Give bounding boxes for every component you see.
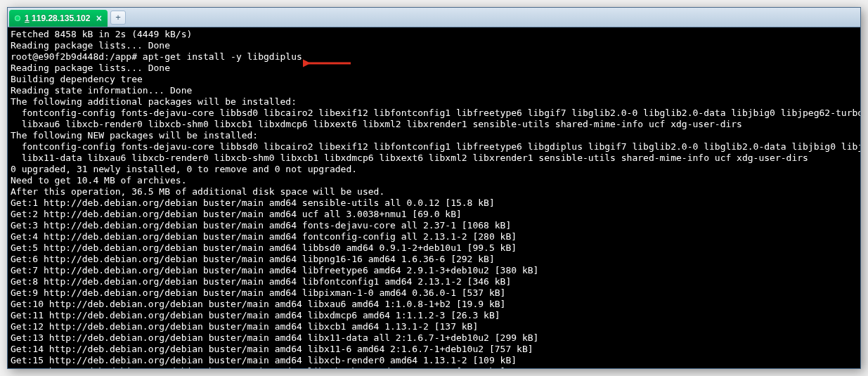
terminal-line: Reading package lists... Done (11, 40, 857, 51)
terminal-line: Need to get 10.4 MB of archives. (11, 175, 857, 186)
status-indicator-icon (15, 15, 20, 21)
tab-label: 1 119.28.135.102 (25, 13, 92, 23)
terminal-line: fontconfig-config fonts-dejavu-core libb… (11, 108, 857, 119)
terminal-line: Get:9 http://deb.debian.org/debian buste… (11, 287, 857, 299)
terminal-line: Get:15 http://deb.debian.org/debian bust… (11, 355, 857, 366)
terminal-line: Get:3 http://deb.debian.org/debian buste… (11, 220, 857, 231)
close-icon[interactable]: × (96, 13, 102, 23)
terminal-line: The following NEW packages will be insta… (11, 130, 857, 141)
terminal-line: After this operation, 36.5 MB of additio… (11, 186, 857, 197)
terminal-window: 1 119.28.135.102 × + Fetched 8458 kB in … (7, 7, 861, 369)
terminal-line: root@e90f2b9d448d:/app# apt-get install … (11, 51, 857, 63)
terminal-line: Get:13 http://deb.debian.org/debian bust… (11, 332, 857, 344)
terminal-line: Get:6 http://deb.debian.org/debian buste… (11, 254, 857, 265)
terminal-line: Get:7 http://deb.debian.org/debian buste… (11, 265, 857, 276)
terminal-line: Get:14 http://deb.debian.org/debian bust… (11, 344, 857, 355)
add-tab-button[interactable]: + (110, 11, 126, 25)
terminal-line: Get:12 http://deb.debian.org/debian bust… (11, 321, 857, 332)
terminal-line: Get:2 http://deb.debian.org/debian buste… (11, 209, 857, 220)
terminal-line: Get:8 http://deb.debian.org/debian buste… (11, 276, 857, 287)
terminal-line: Fetched 8458 kB in 2s (4449 kB/s) (11, 29, 857, 40)
terminal-line: fontconfig-config fonts-dejavu-core libb… (11, 141, 857, 153)
terminal-line: 0 upgraded, 31 newly installed, 0 to rem… (11, 164, 857, 175)
terminal-line: The following additional packages will b… (11, 96, 857, 108)
terminal-line: Reading package lists... Done (11, 63, 857, 74)
terminal-output[interactable]: Fetched 8458 kB in 2s (4449 kB/s)Reading… (8, 27, 860, 369)
session-tab[interactable]: 1 119.28.135.102 × (9, 10, 108, 27)
terminal-line: Get:11 http://deb.debian.org/debian bust… (11, 310, 857, 321)
tab-bar: 1 119.28.135.102 × + (8, 8, 860, 27)
terminal-line: Reading state information... Done (11, 85, 857, 96)
terminal-line: Building dependency tree (11, 74, 857, 85)
terminal-line: Get:10 http://deb.debian.org/debian bust… (11, 299, 857, 310)
terminal-line: Get:4 http://deb.debian.org/debian buste… (11, 231, 857, 242)
terminal-line: Get:1 http://deb.debian.org/debian buste… (11, 197, 857, 209)
terminal-line: libx11-data libxau6 libxcb-render0 libxc… (11, 153, 857, 164)
terminal-line: Get:5 http://deb.debian.org/debian buste… (11, 242, 857, 254)
terminal-line: Get:16 http://deb.debian.org/debian bust… (11, 366, 857, 369)
terminal-line: libxau6 libxcb-render0 libxcb-shm0 libxc… (11, 119, 857, 130)
